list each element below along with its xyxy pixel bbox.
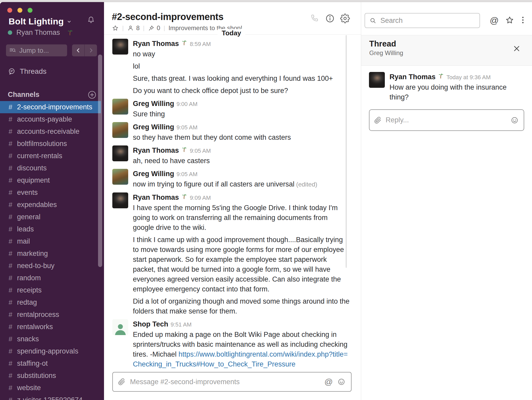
sidebar-scrollbar[interactable] [98,55,102,267]
sidebar-channel[interactable]: # current-rentals [0,150,101,162]
message-author[interactable]: Ryan Thomas [390,72,436,82]
sidebar-channel[interactable]: # equipment [0,174,101,186]
close-icon[interactable] [512,44,521,53]
sidebar-channel[interactable]: # z-visitor-1255920674 [0,394,101,400]
search-input[interactable] [380,17,479,25]
message-timestamp[interactable]: 9:05 AM [177,123,198,132]
message-input[interactable] [130,378,320,386]
message: Greg Willing9:05 AMso they have them but… [112,122,351,142]
sidebar-channel[interactable]: # need-to-buy [0,260,101,272]
message: Greg Willing9:05 AMnow im trying to figu… [112,169,351,189]
reply-input[interactable] [386,116,507,124]
hash-icon: # [9,311,12,319]
sidebar-channel[interactable]: # discounts [0,162,101,174]
avatar[interactable] [369,72,385,88]
sidebar-channel[interactable]: # rentalworks [0,321,101,333]
sidebar-channel[interactable]: # 2-second-improvements [0,101,101,113]
favorite-star-icon[interactable] [112,25,119,32]
avatar[interactable] [112,99,128,115]
current-user[interactable]: Ryan Thomas [0,29,104,37]
sidebar-channel[interactable]: # expendables [0,199,101,211]
jump-to-search[interactable]: Jump to... [6,44,67,56]
message-timestamp[interactable]: Today at 9:36 AM [446,72,491,82]
sidebar-channel[interactable]: # random [0,272,101,284]
user-name: Ryan Thomas [16,29,60,37]
more-kebab-icon[interactable] [518,16,527,24]
sidebar-channel[interactable]: # general [0,211,101,223]
close-window-button[interactable] [7,8,12,13]
members-count[interactable]: 8 [136,24,140,32]
add-channel-icon[interactable] [87,90,97,100]
avatar[interactable] [112,39,128,55]
sidebar-channel[interactable]: # snacks [0,333,101,345]
message-timestamp[interactable]: 9:05 AM [177,169,198,179]
hash-icon: # [9,359,12,368]
info-icon[interactable] [325,14,335,23]
sidebar-channel[interactable]: # boltfilmsolutions [0,138,101,150]
starred-items-icon[interactable] [505,16,514,25]
pin-icon[interactable] [148,25,154,31]
mentions-at-icon[interactable]: @ [490,16,499,25]
sidebar-channel[interactable]: # staffing-ot [0,357,101,370]
thread-header: Thread Greg Willing [361,35,532,66]
hash-icon: # [9,372,12,380]
message-author[interactable]: Ryan Thomas [133,192,179,202]
gear-icon[interactable] [340,14,350,23]
message-timestamp[interactable]: 9:00 AM [177,99,198,109]
message-timestamp[interactable]: 8:59 AM [190,39,211,49]
sidebar-channel[interactable]: # spending-approvals [0,345,101,357]
message-text: lol [133,61,351,71]
window-top-edge [0,0,532,2]
paperclip-icon[interactable] [374,117,381,124]
emoji-smiley-icon[interactable] [338,378,345,386]
avatar[interactable] [112,319,128,335]
message-timestamp[interactable]: 9:51 AM [171,320,192,330]
sidebar-channel[interactable]: # website [0,382,101,394]
messages-scrollbar[interactable] [346,35,347,268]
avatar[interactable] [112,145,128,161]
sidebar-channel[interactable]: # accounts-payable [0,113,101,125]
message-text: Sure, thats great. I was looking and eve… [133,74,351,83]
hash-icon: # [9,237,12,245]
minimize-window-button[interactable] [17,8,22,13]
members-icon[interactable] [127,25,134,31]
history-back-button[interactable] [72,44,84,56]
sidebar-channel[interactable]: # events [0,186,101,199]
window-controls [0,2,104,13]
avatar[interactable] [112,122,128,138]
message-author[interactable]: Greg Willing [133,122,174,132]
call-phone-icon[interactable] [310,14,319,23]
zoom-window-button[interactable] [28,8,33,13]
sidebar-channel[interactable]: # marketing [0,248,101,260]
paperclip-icon[interactable] [118,378,125,385]
message-link[interactable]: https://www.boltlightingrental.com/wiki/… [133,350,348,368]
sidebar-channel[interactable]: # substitutions [0,370,101,382]
mention-at-icon[interactable]: @ [325,377,333,387]
message-author[interactable]: Ryan Thomas [133,39,179,49]
channels-section-header[interactable]: Channels [8,91,40,99]
message-author[interactable]: Shop Tech [133,319,168,329]
message-author[interactable]: Greg Willing [133,169,174,179]
avatar[interactable] [112,192,128,208]
pins-count[interactable]: 0 [157,24,160,32]
palm-tree-emoji [181,146,187,153]
history-forward-button[interactable] [84,44,97,56]
sidebar-channel[interactable]: # redtag [0,296,101,309]
sidebar-channel[interactable]: # mail [0,235,101,248]
message-timestamp[interactable]: 9:09 AM [190,193,211,203]
workspace-name[interactable]: Bolt Lighting [9,16,64,26]
emoji-smiley-icon[interactable] [511,116,518,124]
hash-icon: # [9,323,12,331]
sidebar-item-threads[interactable]: Threads [0,67,104,76]
message-text: Sure thing [133,109,351,119]
sidebar-channel[interactable]: # leads [0,223,101,235]
message-timestamp[interactable]: 9:05 AM [190,146,211,156]
sidebar-channel[interactable]: # rentalprocess [0,309,101,321]
message-author[interactable]: Ryan Thomas [133,145,179,155]
sidebar-channel[interactable]: # accounts-receivable [0,125,101,138]
search-bar[interactable] [365,13,480,28]
notifications-bell-icon[interactable] [87,16,95,24]
avatar[interactable] [112,169,128,185]
sidebar-channel[interactable]: # receipts [0,284,101,296]
message-author[interactable]: Greg Willing [133,99,174,109]
